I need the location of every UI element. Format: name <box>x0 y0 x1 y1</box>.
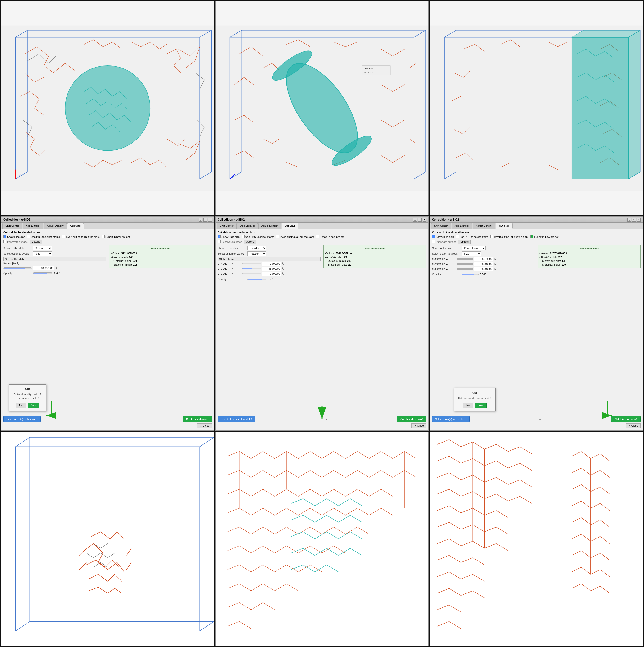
shape-select-1[interactable]: Sphere <box>33 246 52 250</box>
maximize-button-3[interactable]: □ <box>632 218 636 221</box>
svg-point-65 <box>65 66 150 151</box>
tab-add-extras-3[interactable]: Add Extra(s) <box>452 223 472 229</box>
tab-cut-slab-2[interactable]: Cut Slab <box>281 223 298 229</box>
y-size-slider-3[interactable] <box>457 264 473 265</box>
tweak-select-3[interactable]: Size <box>462 251 481 256</box>
tab-cut-slab-1[interactable]: Cut Slab <box>67 223 84 229</box>
close-btn-3[interactable]: ✕ Close <box>626 423 641 428</box>
y-input-2[interactable] <box>262 267 281 271</box>
minimize-button[interactable]: _ <box>198 218 203 221</box>
tweak-select-2[interactable]: Rotation <box>247 251 266 256</box>
y-axis-label-2: on y axis [+/- °] <box>218 268 241 270</box>
close-button-2[interactable]: ✕ <box>423 218 426 221</box>
confirm-yes-btn-1[interactable]: Yes <box>28 403 39 408</box>
opacity-slider-1[interactable] <box>33 273 52 274</box>
close-btn-1[interactable]: ✕ Close <box>197 423 212 428</box>
action-row-3: Select atom(s) in this slab ! or Cut thi… <box>432 415 641 422</box>
shape-select-2[interactable]: Cylinder <box>247 246 266 250</box>
z-input-2[interactable] <box>262 272 281 276</box>
cut-slab-btn-2[interactable]: Cut this slab now! <box>397 416 426 422</box>
shape-label-1: Shape of the slab: <box>3 246 32 249</box>
opacity-slider-2[interactable] <box>247 279 266 280</box>
silicon-2: 117 <box>347 264 351 266</box>
confirm-yes-btn-3[interactable]: Yes <box>475 403 487 408</box>
select-atoms-btn-1[interactable]: Select atom(s) in this slab ! <box>3 416 41 422</box>
confirm-title-3: Cut <box>458 391 491 394</box>
passivate-cb-3[interactable] <box>432 240 435 243</box>
maximize-button[interactable]: □ <box>204 218 207 221</box>
tab-shift-center-1[interactable]: Shift Center <box>2 223 22 229</box>
tab-shift-center-2[interactable]: Shift Center <box>217 223 237 229</box>
y-slider-2[interactable] <box>242 268 261 269</box>
confirm-no-btn-3[interactable]: No <box>463 403 473 408</box>
shape-select-3[interactable]: Parallelepiped <box>462 246 486 250</box>
use-pbc-cb-1[interactable] <box>27 235 30 238</box>
z-size-input-3[interactable] <box>474 267 493 271</box>
x-axis-label-2: on x axis [+/- °] <box>218 263 241 265</box>
options-row-3: ✓ Show/Hide slab Use PBC to select atoms… <box>432 235 641 238</box>
z-slider-2[interactable] <box>242 273 261 274</box>
invert-cutting-label-3: Invert cutting (all but the slab) <box>494 235 528 238</box>
close-button-3[interactable]: ✕ <box>637 218 641 221</box>
passivate-cb-1[interactable] <box>3 240 6 243</box>
action-row-1: Select atom(s) in this slab ! or Cut thi… <box>3 415 212 422</box>
tab-add-extras-1[interactable]: Add Extra(s) <box>23 223 43 229</box>
export-cb-1[interactable] <box>101 235 105 238</box>
tab-adjust-density-3[interactable]: Adjust Density <box>473 223 495 229</box>
opacity-val-1: 0.760 <box>54 272 62 275</box>
x-slider-2[interactable] <box>242 263 261 264</box>
select-atoms-btn-2[interactable]: Select atom(s) in this slab ! <box>218 416 255 422</box>
invert-cutting-cb-3[interactable] <box>490 235 493 238</box>
passivate-cb-2[interactable] <box>218 240 221 243</box>
y-size-input-3[interactable] <box>474 262 493 266</box>
tab-shift-center-3[interactable]: Shift Center <box>431 223 451 229</box>
minimize-button-3[interactable]: _ <box>627 218 631 221</box>
use-pbc-cb-3[interactable] <box>456 235 459 238</box>
options-btn-3[interactable]: Options <box>458 240 471 244</box>
confirm-no-btn-1[interactable]: No <box>16 403 26 408</box>
z-size-slider-3[interactable] <box>457 269 473 270</box>
tweak-select-1[interactable]: Size <box>33 251 52 256</box>
select-atoms-btn-3[interactable]: Select atom(s) in this slab ! <box>432 416 470 422</box>
export-cb-3[interactable]: ✓ <box>530 235 534 238</box>
y-size-unit-3: Å <box>494 263 499 265</box>
x-size-slider-3[interactable] <box>457 259 473 260</box>
volume-2: 5849.645521 <box>336 252 349 255</box>
viz-cylinder: Rotation on Y: 45.0° <box>215 1 428 215</box>
show-hide-cb-2[interactable]: ✓ <box>218 235 221 238</box>
viz-sphere <box>1 1 214 215</box>
tab-adjust-density-1[interactable]: Adjust Density <box>44 223 67 229</box>
radius-input-1[interactable] <box>33 266 55 270</box>
show-hide-cb-3[interactable]: ✓ <box>432 235 435 238</box>
tab-adjust-density-2[interactable]: Adjust Density <box>258 223 281 229</box>
x-size-input-3[interactable] <box>474 257 493 261</box>
export-cb-2[interactable] <box>316 235 319 238</box>
atoms-1: 343 <box>129 256 133 259</box>
close-btn-2[interactable]: ✕ Close <box>411 423 426 428</box>
x-input-2[interactable] <box>262 262 281 266</box>
use-pbc-cb-2[interactable] <box>242 235 245 238</box>
opacity-slider-3[interactable] <box>462 274 479 275</box>
confirm-dialog-3: Cut Cut and create new project ? No Yes <box>454 388 496 411</box>
options-btn-1[interactable]: Options <box>29 240 42 244</box>
show-hide-label-1: Show/Hide slab <box>7 235 25 238</box>
minimize-button-2[interactable]: _ <box>413 218 417 221</box>
options-row-1: ✓ Show/Hide slab Use PBC to select atoms… <box>3 235 212 238</box>
oxygen-2: 245 <box>347 260 351 262</box>
svg-rect-245 <box>216 433 428 645</box>
svg-text:on Y: 45.0°: on Y: 45.0° <box>365 71 376 74</box>
cut-slab-btn-3[interactable]: Cut this slab now! <box>611 416 641 422</box>
invert-cutting-cb-2[interactable] <box>276 235 279 238</box>
invert-cutting-cb-1[interactable] <box>62 235 65 238</box>
maximize-button-2[interactable]: □ <box>418 218 422 221</box>
tab-cut-slab-3[interactable]: Cut Slab <box>496 223 512 229</box>
cut-slab-btn-1[interactable]: Cut this slab now! <box>182 416 212 422</box>
tab-add-extras-2[interactable]: Add Extra(s) <box>237 223 258 229</box>
atoms-3: 697 <box>558 256 562 259</box>
close-button[interactable]: ✕ <box>208 218 212 221</box>
radius-slider-1[interactable] <box>3 268 32 269</box>
options-btn-2[interactable]: Options <box>244 240 256 244</box>
silicon-3: 229 <box>562 264 566 266</box>
show-hide-cb-1[interactable]: ✓ <box>3 235 6 238</box>
result-cylinder <box>215 432 428 646</box>
